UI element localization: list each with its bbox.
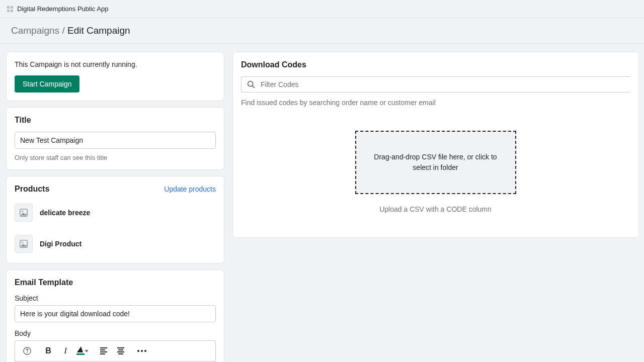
products-heading: Products <box>15 185 49 194</box>
topbar: Digital Redemptions Public App <box>0 0 644 18</box>
chevron-down-icon <box>85 350 89 352</box>
body-label: Body <box>15 329 216 337</box>
breadcrumb-bar: Campaigns / Edit Campaign <box>0 18 644 44</box>
align-left-button[interactable] <box>98 345 110 357</box>
app-icon <box>7 6 13 12</box>
svg-point-5 <box>22 211 23 212</box>
list-item: delicate breeze <box>15 201 216 232</box>
search-icon <box>247 80 256 89</box>
filter-help: Find issued codes by searching order nam… <box>241 99 630 107</box>
download-codes-card: Download Codes Find issued codes by sear… <box>232 52 638 238</box>
editor-toolbar: B I <box>15 340 216 361</box>
start-campaign-button[interactable]: Start Campaign <box>15 75 79 93</box>
title-heading: Title <box>15 116 216 125</box>
italic-button[interactable]: I <box>59 345 71 357</box>
breadcrumb-sep: / <box>62 25 64 36</box>
svg-point-7 <box>22 242 23 243</box>
image-placeholder-icon <box>15 235 33 253</box>
bold-button[interactable]: B <box>42 345 54 357</box>
download-codes-heading: Download Codes <box>241 60 630 69</box>
dropzone-text: Drag-and-drop CSV file here, or click to… <box>371 152 500 173</box>
status-message: This Campaign is not currently running. <box>15 60 216 68</box>
help-icon[interactable] <box>21 345 33 357</box>
image-placeholder-icon <box>15 204 33 222</box>
title-input[interactable] <box>15 132 216 149</box>
update-products-link[interactable]: Update products <box>164 185 216 193</box>
app-name: Digital Redemptions Public App <box>17 5 108 13</box>
list-item: Digi Product <box>15 232 216 255</box>
product-name: delicate breeze <box>40 209 90 217</box>
email-heading: Email Template <box>15 278 216 287</box>
svg-rect-3 <box>11 10 13 12</box>
svg-rect-2 <box>7 10 10 12</box>
email-template-card: Email Template Subject Body B I <box>6 269 224 362</box>
upload-hint: Upload a CSV with a CODE column <box>379 205 492 213</box>
svg-point-9 <box>27 352 28 353</box>
products-card: Products Update products delicate breeze… <box>6 176 224 263</box>
breadcrumb-current: Edit Campaign <box>67 25 130 36</box>
svg-rect-1 <box>11 6 13 9</box>
more-icon[interactable] <box>136 345 148 357</box>
title-help: Only store staff can see this title <box>15 154 216 161</box>
svg-line-11 <box>253 86 255 88</box>
subject-input[interactable] <box>15 305 216 322</box>
breadcrumb: Campaigns / Edit Campaign <box>11 25 130 36</box>
filter-codes-wrap <box>241 76 630 93</box>
status-card: This Campaign is not currently running. … <box>6 52 224 101</box>
csv-dropzone[interactable]: Drag-and-drop CSV file here, or click to… <box>355 131 516 194</box>
align-center-button[interactable] <box>115 345 127 357</box>
svg-rect-0 <box>7 6 10 9</box>
breadcrumb-root[interactable]: Campaigns <box>11 25 59 36</box>
product-name: Digi Product <box>40 240 82 248</box>
text-color-button[interactable] <box>76 345 89 357</box>
subject-label: Subject <box>15 294 216 302</box>
title-card: Title Only store staff can see this titl… <box>6 107 224 170</box>
filter-codes-input[interactable] <box>261 80 625 88</box>
